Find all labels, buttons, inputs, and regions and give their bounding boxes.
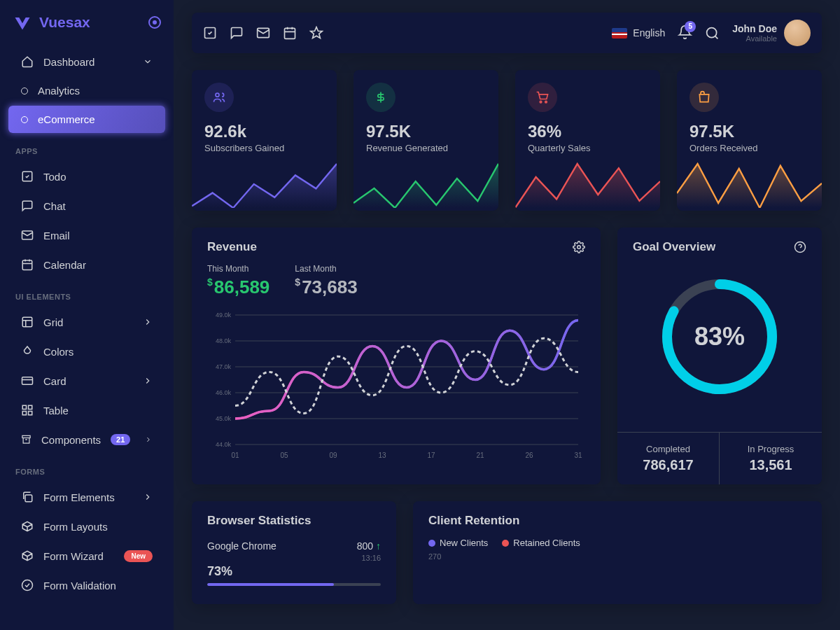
mail-icon (21, 229, 34, 241)
user-status: Available (732, 34, 777, 43)
svg-text:17: 17 (427, 451, 435, 459)
brand-name: Vuesax (39, 14, 90, 31)
calendar-icon[interactable] (283, 26, 297, 40)
nav-label: Form Wizard (43, 550, 104, 562)
goal-body: 83% (617, 254, 822, 412)
legend-dot-icon (502, 540, 509, 547)
svg-point-11 (22, 580, 33, 591)
stat-label: Quarterly Sales (528, 143, 648, 153)
bag-icon (690, 83, 719, 112)
browser-name: Google Chrome (207, 540, 276, 563)
search-icon[interactable] (705, 26, 720, 41)
chevron-right-icon (143, 317, 153, 327)
svg-text:05: 05 (280, 451, 288, 459)
nav-label: Todo (43, 171, 66, 183)
mail-icon[interactable] (256, 26, 270, 40)
nav-form-elements[interactable]: Form Elements (8, 483, 165, 511)
grid-icon (21, 404, 34, 416)
nav-dashboard[interactable]: Dashboard (8, 48, 165, 76)
nav-components[interactable]: Components 21 (8, 426, 165, 454)
nav-label: Grid (43, 316, 63, 328)
notifications-button[interactable]: 5 (678, 24, 692, 42)
nav-card[interactable]: Card (8, 367, 165, 395)
nav-label: Table (43, 405, 69, 416)
nav-calendar[interactable]: Calendar (8, 251, 165, 279)
svg-text:31: 31 (574, 451, 582, 459)
section-ui: UI ELEMENTS (0, 280, 174, 307)
droplet-icon (21, 345, 34, 358)
users-icon (204, 83, 234, 112)
svg-rect-8 (29, 412, 32, 415)
check-square-icon[interactable] (203, 26, 217, 40)
stat-value: 36% (528, 122, 648, 141)
nav-chat[interactable]: Chat (8, 192, 165, 220)
chevron-down-icon (143, 57, 153, 66)
nav-analytics[interactable]: Analytics (8, 77, 165, 104)
svg-rect-7 (22, 412, 26, 415)
nav-table[interactable]: Table (8, 396, 165, 424)
bullet-icon (21, 116, 28, 123)
copy-icon (21, 491, 34, 503)
mid-row: Revenue This Month $86,589 Last Month $7… (192, 227, 822, 484)
svg-rect-9 (22, 435, 30, 438)
help-icon[interactable] (794, 241, 806, 253)
stat-value: 97.5K (690, 122, 809, 141)
last-month-value: $73,683 (295, 276, 357, 298)
message-icon[interactable] (230, 26, 244, 40)
trend-up-icon: ↑ (376, 540, 381, 552)
retention-title: Client Retention (428, 514, 519, 528)
new-badge: New (124, 550, 153, 562)
section-apps: APPS (0, 134, 174, 161)
star-icon[interactable] (309, 26, 323, 40)
revenue-values: This Month $86,589 Last Month $73,683 (192, 254, 601, 308)
revenue-card: Revenue This Month $86,589 Last Month $7… (192, 227, 601, 484)
svg-rect-10 (25, 495, 32, 502)
components-badge: 21 (111, 434, 130, 445)
goal-card: Goal Overview 83% Completed 786,617 (617, 227, 822, 484)
nav-label: Dashboard (43, 56, 94, 68)
svg-point-18 (545, 101, 547, 103)
layout-icon (21, 316, 34, 328)
nav-grid[interactable]: Grid (8, 308, 165, 336)
browser-title: Browser Statistics (207, 514, 311, 528)
nav-label: Analytics (38, 85, 80, 97)
retention-legend: New Clients Retained Clients (413, 528, 822, 548)
legend-retained: Retained Clients (513, 538, 580, 548)
goal-stats: Completed 786,617 In Progress 13,561 (617, 432, 822, 484)
gear-icon[interactable] (573, 241, 585, 253)
user-menu[interactable]: John Doe Available (732, 20, 811, 46)
svg-text:21: 21 (476, 451, 484, 459)
completed-label: Completed (617, 444, 719, 454)
brand-link[interactable]: Vuesax (13, 13, 90, 32)
nav-form-layouts[interactable]: Form Layouts (8, 512, 165, 540)
language-selector[interactable]: English (612, 27, 665, 38)
last-month-label: Last Month (295, 264, 357, 274)
nav-ecommerce[interactable]: eCommerce (8, 106, 165, 133)
topbar: English 5 John Doe Available (192, 13, 822, 53)
nav-form-wizard[interactable]: Form Wizard New (8, 542, 165, 570)
flag-icon (612, 28, 627, 38)
user-info: John Doe Available (732, 23, 777, 43)
stat-value: 92.6k (204, 122, 324, 141)
this-month-label: This Month (207, 264, 270, 274)
topbar-shortcuts (203, 26, 323, 40)
revenue-title: Revenue (207, 240, 257, 254)
bullet-icon (21, 88, 28, 94)
browser-row: Google Chrome 800 ↑ 13:16 73% (207, 540, 381, 586)
nav-colors[interactable]: Colors (8, 337, 165, 365)
notif-badge: 5 (685, 21, 696, 32)
nav-todo[interactable]: Todo (8, 162, 165, 190)
sparkline-chart (192, 159, 337, 208)
svg-rect-2 (22, 260, 32, 270)
pin-toggle-icon[interactable] (148, 16, 161, 29)
main: English 5 John Doe Available 92.6k Subsc… (174, 0, 840, 630)
nav-label: Components (41, 434, 101, 446)
progress-bar (207, 583, 381, 586)
nav-form-validation[interactable]: Form Validation (8, 571, 165, 599)
box-icon (21, 550, 34, 562)
chevron-right-icon (144, 435, 153, 444)
nav-label: Email (43, 230, 70, 241)
goal-title: Goal Overview (633, 240, 715, 254)
stat-label: Orders Received (690, 143, 809, 153)
nav-email[interactable]: Email (8, 221, 165, 249)
